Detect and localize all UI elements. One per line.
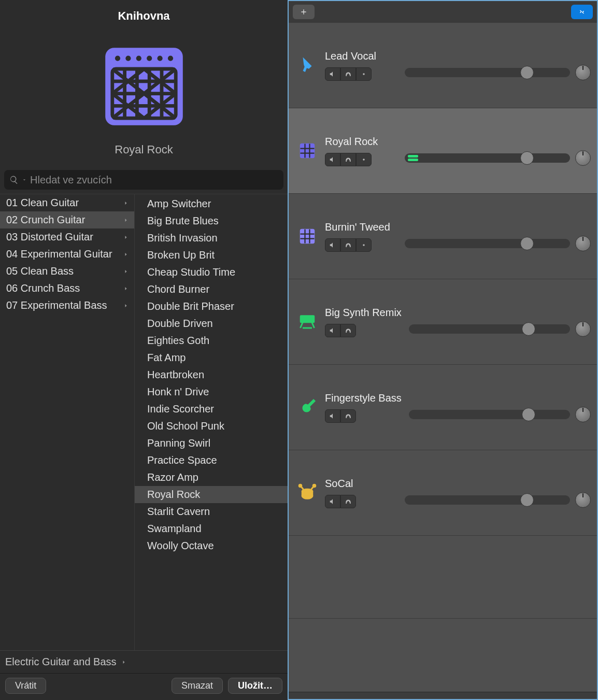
svg-point-2 bbox=[125, 56, 131, 61]
preset-name: Royal Rock bbox=[115, 143, 173, 156]
category-item[interactable]: 05 Clean Bass bbox=[0, 263, 134, 280]
svg-point-4 bbox=[147, 56, 152, 61]
volume-slider[interactable] bbox=[409, 324, 570, 334]
preset-item[interactable]: Swampland bbox=[135, 520, 288, 537]
input-monitor-button[interactable] bbox=[356, 67, 372, 81]
mute-button[interactable] bbox=[325, 238, 340, 252]
input-icon bbox=[360, 241, 367, 249]
solo-button[interactable] bbox=[340, 153, 356, 166]
svg-point-3 bbox=[136, 56, 141, 61]
category-label: 01 Clean Guitar bbox=[6, 197, 79, 209]
category-item[interactable]: 07 Experimental Bass bbox=[0, 297, 134, 314]
solo-button[interactable] bbox=[340, 324, 356, 337]
volume-slider[interactable] bbox=[409, 410, 570, 419]
chevron-right-icon bbox=[123, 251, 129, 258]
tracks-list: Lead Vocal Royal Rock bbox=[289, 23, 597, 692]
track-type-icon bbox=[297, 140, 318, 161]
mute-button[interactable] bbox=[325, 153, 340, 166]
mute-icon bbox=[329, 156, 336, 163]
preset-item[interactable]: Starlit Cavern bbox=[135, 503, 288, 520]
volume-thumb[interactable] bbox=[520, 493, 534, 507]
footer-buttons: Vrátit Smazat Uložit… bbox=[0, 674, 288, 700]
preset-item[interactable]: Practice Space bbox=[135, 452, 288, 469]
preset-item[interactable]: Razor Amp bbox=[135, 469, 288, 486]
catch-playhead-button[interactable] bbox=[571, 5, 593, 19]
volume-thumb[interactable] bbox=[520, 237, 534, 250]
input-monitor-button[interactable] bbox=[356, 238, 372, 252]
volume-slider[interactable] bbox=[405, 239, 570, 248]
pan-knob[interactable] bbox=[575, 321, 591, 337]
track-row[interactable]: Fingerstyle Bass bbox=[289, 365, 597, 450]
track-controls bbox=[325, 153, 397, 166]
category-item[interactable]: 01 Clean Guitar bbox=[0, 194, 134, 211]
category-item[interactable]: 02 Crunch Guitar bbox=[0, 211, 134, 228]
preset-item[interactable]: Cheap Studio Time bbox=[135, 264, 288, 281]
solo-button[interactable] bbox=[340, 409, 356, 423]
category-item[interactable]: 04 Experimental Guitar bbox=[0, 246, 134, 263]
track-row[interactable]: SoCal bbox=[289, 450, 597, 536]
svg-point-1 bbox=[115, 56, 120, 61]
track-controls bbox=[325, 238, 397, 252]
volume-thumb[interactable] bbox=[522, 322, 535, 336]
preset-item[interactable]: Indie Scorcher bbox=[135, 401, 288, 418]
mute-button[interactable] bbox=[325, 495, 340, 508]
revert-button[interactable]: Vrátit bbox=[5, 678, 46, 694]
mute-button[interactable] bbox=[325, 67, 340, 81]
playhead-icon bbox=[578, 8, 586, 16]
pan-knob[interactable] bbox=[575, 492, 591, 508]
volume-slider[interactable] bbox=[405, 495, 570, 505]
pan-knob[interactable] bbox=[575, 407, 591, 422]
track-name: Lead Vocal bbox=[325, 50, 397, 62]
search-input[interactable]: Hledat ve zvucích bbox=[4, 170, 283, 190]
chevron-right-icon bbox=[123, 217, 129, 223]
input-monitor-button[interactable] bbox=[356, 153, 372, 166]
volume-slider[interactable] bbox=[405, 153, 570, 163]
preset-item[interactable]: Amp Switcher bbox=[135, 195, 288, 212]
add-track-button[interactable] bbox=[293, 5, 315, 19]
headphones-icon bbox=[345, 156, 352, 163]
volume-slider[interactable] bbox=[405, 68, 570, 77]
preset-item[interactable]: Woolly Octave bbox=[135, 537, 288, 554]
volume-thumb[interactable] bbox=[522, 408, 535, 421]
scrollbar-horizontal[interactable] bbox=[289, 692, 597, 699]
category-item[interactable]: 06 Crunch Bass bbox=[0, 280, 134, 297]
pan-knob[interactable] bbox=[575, 150, 591, 166]
empty-track-row bbox=[289, 536, 597, 619]
preset-item[interactable]: Panning Swirl bbox=[135, 435, 288, 452]
mute-icon bbox=[329, 498, 336, 505]
mute-button[interactable] bbox=[325, 324, 340, 337]
preset-item[interactable]: Double Brit Phaser bbox=[135, 298, 288, 315]
input-icon bbox=[360, 156, 367, 163]
track-controls bbox=[325, 67, 397, 81]
volume-thumb[interactable] bbox=[520, 151, 534, 165]
level-meter bbox=[408, 155, 418, 161]
solo-button[interactable] bbox=[340, 238, 356, 252]
solo-button[interactable] bbox=[340, 67, 356, 81]
track-row[interactable]: Royal Rock bbox=[289, 108, 597, 194]
preset-item[interactable]: Big Brute Blues bbox=[135, 212, 288, 230]
save-button[interactable]: Uložit… bbox=[228, 678, 282, 694]
preset-item[interactable]: Royal Rock bbox=[135, 486, 288, 503]
preset-item[interactable]: Double Driven bbox=[135, 315, 288, 332]
breadcrumb[interactable]: Electric Guitar and Bass bbox=[0, 650, 288, 674]
library-panel: Knihovna Royal Rock Hledat ve zvucích 01… bbox=[0, 0, 288, 700]
volume-thumb[interactable] bbox=[520, 66, 534, 79]
pan-knob[interactable] bbox=[575, 236, 591, 251]
preset-item[interactable]: Fat Amp bbox=[135, 349, 288, 366]
delete-button[interactable]: Smazat bbox=[172, 678, 223, 694]
category-item[interactable]: 03 Distorted Guitar bbox=[0, 228, 134, 246]
category-label: 03 Distorted Guitar bbox=[6, 231, 93, 243]
preset-item[interactable]: Heartbroken bbox=[135, 366, 288, 383]
preset-item[interactable]: British Invasion bbox=[135, 230, 288, 247]
preset-item[interactable]: Old School Punk bbox=[135, 418, 288, 435]
mute-button[interactable] bbox=[325, 409, 340, 423]
preset-item[interactable]: Eighties Goth bbox=[135, 332, 288, 349]
track-row[interactable]: Burnin' Tweed bbox=[289, 194, 597, 279]
preset-item[interactable]: Honk n' Drive bbox=[135, 383, 288, 401]
preset-item[interactable]: Broken Up Brit bbox=[135, 247, 288, 264]
pan-knob[interactable] bbox=[575, 65, 591, 80]
track-row[interactable]: Lead Vocal bbox=[289, 23, 597, 108]
track-row[interactable]: Big Synth Remix bbox=[289, 279, 597, 365]
solo-button[interactable] bbox=[340, 495, 356, 508]
preset-item[interactable]: Chord Burner bbox=[135, 281, 288, 298]
